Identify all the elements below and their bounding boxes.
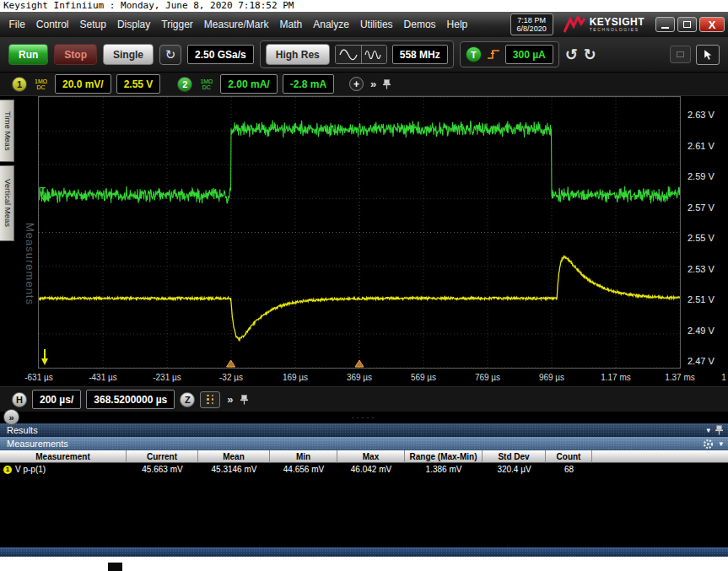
zoom-button[interactable]: Z [180,392,195,407]
smooth-wave-button[interactable] [336,46,361,63]
clock-widget[interactable]: 7:18 PM 6/8/2020 [510,13,553,35]
y-axis-label: 2.47 V [688,356,715,366]
dense-wave-button[interactable] [361,46,386,63]
dots-icon [212,395,214,405]
y-axis-label: 2.61 V [688,141,715,151]
timebase-position-field[interactable]: 368.5200000 µs [86,390,175,409]
menu-file[interactable]: File [3,19,30,30]
undo-button[interactable]: ↺ [565,47,578,62]
column-header-filler [592,450,728,463]
channel1-button[interactable]: 1 [12,77,27,92]
single-button[interactable]: Single [103,44,154,65]
rising-edge-icon[interactable] [487,48,500,61]
touch-toggle-button[interactable]: ↻ [159,45,181,65]
add-channel-button[interactable]: + [349,77,364,91]
close-button[interactable]: X [699,17,725,32]
gear-icon[interactable] [703,439,714,450]
pin-icon[interactable] [715,425,723,435]
results-table-header: MeasurementCurrentMeanMinMaxRange (Max-M… [0,450,728,463]
gear-dropdown-caret-icon[interactable]: ▾ [719,439,723,448]
trigger-level-field[interactable]: 300 µA [505,45,553,64]
acquisition-mode-button[interactable]: High Res [266,44,330,65]
refresh-icon: ↻ [165,47,176,62]
timebase-bar: H 200 µs/ 368.5200000 µs Z » [0,386,728,412]
maximize-icon [683,21,691,28]
measurement-value-cell: 1.386 mV [405,465,483,474]
run-button[interactable]: Run [8,44,48,65]
menu-utilities[interactable]: Utilities [354,19,398,30]
column-header: Current [127,450,198,463]
menu-math[interactable]: Math [274,19,308,30]
pin-icon[interactable] [240,395,248,405]
sine-wave-icon [339,49,358,61]
tab-time-meas[interactable]: Time Meas [0,100,14,162]
channel2-coupling[interactable]: 1MΩ DC [197,78,215,91]
menu-help[interactable]: Help [441,19,473,30]
panel-splitter[interactable]: ····· [0,412,728,423]
menu-trigger[interactable]: Trigger [156,19,199,30]
channel1-scale-field[interactable]: 20.0 mV/ [55,74,111,94]
channel2-scale-field[interactable]: 2.00 mA/ [220,74,277,94]
channel-bar: 1 1MΩ DC 20.0 mV/ 2.55 V 2 1MΩ DC 2.00 m… [0,73,728,96]
channel1-impedance: 1MΩ [35,78,47,84]
x-axis-label: 569 µs [411,373,436,382]
results-table-row[interactable]: 1 V p-p(1) 45.663 mV45.3146 mV44.656 mV4… [0,463,728,476]
menu-display[interactable]: Display [111,19,155,30]
screen-capture-button[interactable] [670,46,691,63]
y-axis-label: 2.59 V [688,171,715,181]
svg-text:T: T [40,186,46,196]
trigger-source-button[interactable]: T [466,46,482,62]
y-axis-label: 2.63 V [688,110,715,120]
channel1-dc: DC [35,84,47,90]
menu-demos[interactable]: Demos [398,19,441,30]
results-header[interactable]: Results ▾ [0,423,728,437]
measurement-name: V p-p(1) [15,465,46,474]
collapse-caret-icon[interactable]: ▾ [706,426,710,434]
column-header: Mean [198,450,270,463]
results-panel: Results ▾ Measurements ▾ MeasurementCurr [0,423,728,547]
waveform-plot[interactable]: T [39,97,680,368]
x-axis-label: 769 µs [475,373,500,382]
tab-vertical-meas[interactable]: Vertical Meas [0,165,14,241]
channel2-button[interactable]: 2 [177,77,192,92]
timebase-scale-field[interactable]: 200 µs/ [32,390,81,409]
waveform-display[interactable]: T [39,97,680,368]
y-axis-label: 2.57 V [688,202,715,213]
measurements-header[interactable]: Measurements ▾ [0,437,728,450]
os-window-caption: Keysight Infiniium : Monday, June 8, 202… [0,0,728,12]
bandwidth-field[interactable]: 558 MHz [392,45,448,64]
channel2-impedance: 1MΩ [200,78,213,84]
status-strip [0,547,728,557]
pointer-mode-button[interactable] [696,45,720,65]
menu-setup[interactable]: Setup [74,19,111,30]
dots-icon [207,395,209,405]
pin-icon[interactable] [383,79,391,89]
maximize-button[interactable] [677,17,697,32]
horizontal-button[interactable]: H [12,392,27,407]
brand-subname: TECHNOLOGIES [590,27,644,33]
x-axis-label: 169 µs [283,373,308,382]
channel1-coupling[interactable]: 1MΩ DC [32,78,50,91]
redo-button[interactable]: ↻ [584,47,596,62]
menu-analyze[interactable]: Analyze [308,19,355,30]
minimize-icon [661,27,669,29]
tab-measurements-collapsed[interactable]: Measurements [24,223,36,305]
segmented-memory-button[interactable] [200,391,220,408]
acquisition-group: High Res 558 MHz [260,40,454,68]
expand-chevrons[interactable]: » [225,393,235,406]
stop-button[interactable]: Stop [54,44,97,65]
menu-control[interactable]: Control [30,19,74,30]
close-icon: X [709,19,716,31]
sidebar-expand-button[interactable]: » [3,409,19,425]
expand-chevrons[interactable]: » [369,78,378,90]
sample-rate-field[interactable]: 2.50 GSa/s [187,45,254,64]
measurement-value-cell: 45.3146 mV [198,465,270,474]
minimize-button[interactable] [655,17,675,32]
channel2-offset-field[interactable]: -2.8 mA [283,74,334,94]
x-axis-label: -32 µs [219,373,243,382]
measurement-value-cell: 320.4 µV [483,465,546,474]
menu-measuremark[interactable]: Measure/Mark [198,19,274,30]
multi-sine-wave-icon [364,49,383,61]
x-axis-label: 1.17 ms [601,373,631,382]
channel1-offset-field[interactable]: 2.55 V [116,74,161,94]
